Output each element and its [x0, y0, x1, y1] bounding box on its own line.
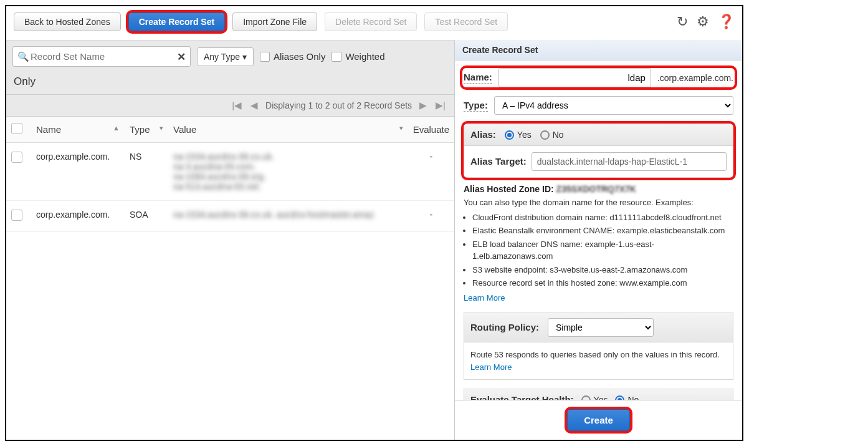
alias-label: Alias:: [470, 129, 496, 140]
row-checkbox[interactable]: [11, 210, 22, 221]
type-label: Type:: [464, 100, 488, 112]
page-first-icon[interactable]: |◀: [231, 100, 243, 111]
alias-hosted-zone-id: Alias Hosted Zone ID: Z35SXDOTRQ7X7K: [464, 184, 733, 194]
sort-icon[interactable]: ▲: [113, 124, 120, 132]
refresh-icon[interactable]: ↻: [677, 14, 688, 30]
record-list-pane: 🔍 ✕ Any Type ▾ Aliases Only Weighted Onl…: [6, 40, 454, 440]
gear-icon[interactable]: ⚙: [697, 14, 709, 30]
help-icon[interactable]: ❓: [718, 14, 735, 30]
name-label: Name:: [464, 72, 492, 84]
alias-no-radio[interactable]: No: [540, 130, 564, 140]
test-record-set-button: Test Record Set: [424, 12, 508, 31]
page-prev-icon[interactable]: ◀: [249, 100, 259, 111]
table-row[interactable]: corp.example.com. SOA na-1534.aucdns-36.…: [6, 201, 454, 232]
page-last-icon[interactable]: ▶|: [434, 100, 447, 111]
eval-no-radio[interactable]: No: [615, 395, 639, 400]
record-name-suffix: .corp.example.com.: [657, 73, 733, 83]
routing-policy-select[interactable]: Simple: [548, 318, 654, 337]
create-record-set-pane: Create Record Set Name: .corp.example.co…: [454, 40, 742, 440]
page-next-icon[interactable]: ▶: [418, 100, 428, 111]
evaluate-target-health-label: Evaluate Target Health:: [470, 394, 574, 400]
alias-yes-radio[interactable]: Yes: [505, 130, 532, 140]
alias-target-input[interactable]: [532, 152, 727, 171]
panel-title: Create Record Set: [455, 40, 742, 61]
back-to-hosted-zones-button[interactable]: Back to Hosted Zones: [14, 12, 121, 31]
create-button[interactable]: Create: [567, 409, 630, 431]
select-all-checkbox[interactable]: [11, 123, 22, 134]
import-zone-file-button[interactable]: Import Zone File: [232, 12, 317, 31]
row-checkbox[interactable]: [11, 152, 22, 163]
top-toolbar: Back to Hosted Zones Create Record Set I…: [6, 6, 742, 37]
sort-icon[interactable]: ▾: [399, 124, 403, 132]
pager-text: Displaying 1 to 2 out of 2 Record Sets: [265, 100, 412, 110]
routing-policy-label: Routing Policy:: [470, 322, 539, 333]
type-filter-select[interactable]: Any Type ▾: [197, 47, 254, 66]
alias-help-text: You can also type the domain name for th…: [464, 196, 733, 304]
table-row[interactable]: corp.example.com. NS na-1534.aucdns-36.c…: [6, 143, 454, 201]
sort-icon[interactable]: ▾: [160, 124, 163, 132]
pager: |◀ ◀ Displaying 1 to 2 out of 2 Record S…: [6, 95, 454, 117]
record-name-input[interactable]: [498, 68, 651, 87]
record-type-select[interactable]: A – IPv4 address: [494, 96, 733, 115]
record-set-table: Name▲ Type▾ Value▾ Evaluate corp.example…: [6, 117, 454, 232]
learn-more-link[interactable]: Learn More: [470, 362, 512, 372]
weighted-checkbox[interactable]: Weighted: [331, 51, 384, 62]
create-record-set-button[interactable]: Create Record Set: [128, 12, 225, 31]
search-icon: 🔍: [17, 51, 29, 62]
clear-search-icon[interactable]: ✕: [177, 50, 186, 63]
aliases-only-checkbox[interactable]: Aliases Only: [260, 51, 325, 62]
only-label: Only: [12, 73, 448, 89]
delete-record-set-button: Delete Record Set: [325, 12, 417, 31]
filter-bar: 🔍 ✕ Any Type ▾ Aliases Only Weighted Onl…: [6, 41, 454, 95]
routing-help-text: Route 53 responds to queries based only …: [464, 342, 733, 380]
learn-more-link[interactable]: Learn More: [464, 293, 505, 303]
alias-target-label: Alias Target:: [470, 156, 527, 167]
search-input[interactable]: [12, 46, 191, 67]
eval-yes-radio[interactable]: Yes: [581, 395, 608, 400]
